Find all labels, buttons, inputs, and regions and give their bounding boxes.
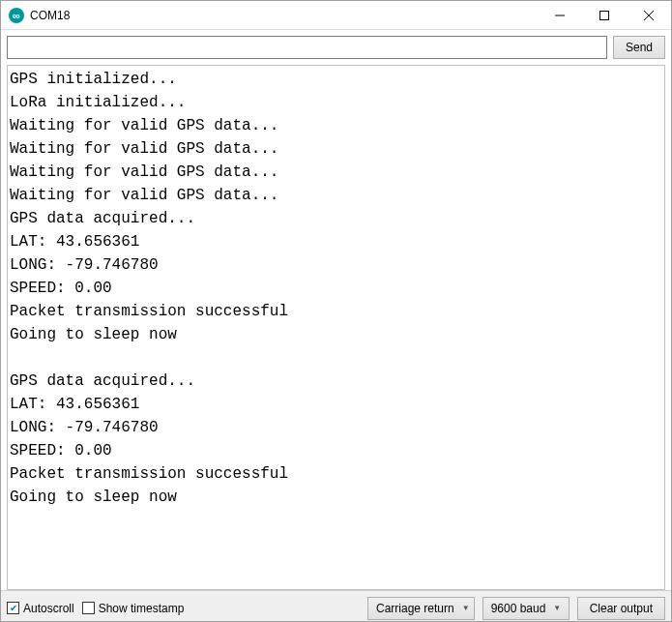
- input-row: Send: [1, 30, 671, 65]
- svg-rect-1: [600, 11, 609, 19]
- baud-rate-select[interactable]: 9600 baud ▼: [482, 597, 570, 620]
- chevron-down-icon: ▼: [553, 604, 561, 612]
- chevron-down-icon: ▼: [462, 604, 470, 612]
- console-line: LoRa initialized...: [10, 91, 662, 114]
- checkbox-icon: ✔: [7, 602, 19, 614]
- arduino-icon: [9, 8, 24, 23]
- send-button[interactable]: Send: [613, 36, 665, 59]
- console-line: Packet transmission successful: [10, 462, 662, 486]
- autoscroll-label: Autoscroll: [23, 602, 74, 615]
- close-button[interactable]: [627, 1, 671, 29]
- window-controls: [538, 1, 671, 29]
- titlebar: COM18: [1, 1, 671, 30]
- console-output[interactable]: GPS initialized...LoRa initialized...Wai…: [7, 65, 665, 590]
- console-line: LONG: -79.746780: [10, 416, 662, 439]
- checkbox-icon: [82, 602, 95, 614]
- close-icon: [644, 11, 654, 20]
- console-line: Going to sleep now: [10, 323, 662, 346]
- console-line: GPS data acquired...: [10, 207, 662, 230]
- console-line: SPEED: 0.00: [10, 277, 662, 300]
- console-line: Waiting for valid GPS data...: [10, 161, 662, 184]
- baud-value: 9600 baud: [491, 602, 546, 615]
- line-ending-value: Carriage return: [376, 602, 454, 615]
- console-line: LAT: 43.656361: [10, 393, 662, 416]
- show-timestamp-checkbox[interactable]: Show timestamp: [82, 602, 185, 615]
- console-line: LONG: -79.746780: [10, 253, 662, 277]
- console-line: Waiting for valid GPS data...: [10, 184, 662, 207]
- maximize-button[interactable]: [582, 1, 627, 29]
- console-line: LAT: 43.656361: [10, 230, 662, 253]
- console-line: Packet transmission successful: [10, 300, 662, 323]
- footer-bar: ✔ Autoscroll Show timestamp Carriage ret…: [1, 590, 671, 622]
- minimize-button[interactable]: [538, 1, 582, 29]
- line-ending-select[interactable]: Carriage return ▼: [367, 597, 475, 620]
- timestamp-label: Show timestamp: [99, 602, 185, 615]
- console-line: Waiting for valid GPS data...: [10, 137, 662, 161]
- minimize-icon: [555, 11, 565, 20]
- console-line: GPS data acquired...: [10, 370, 662, 393]
- window-title: COM18: [30, 9, 538, 22]
- console-line: SPEED: 0.00: [10, 439, 662, 462]
- console-line: Waiting for valid GPS data...: [10, 114, 662, 137]
- console-line: [10, 346, 662, 370]
- autoscroll-checkbox[interactable]: ✔ Autoscroll: [7, 602, 74, 615]
- console-line: Going to sleep now: [10, 486, 662, 509]
- console-line: GPS initialized...: [10, 68, 662, 91]
- serial-input[interactable]: [7, 36, 607, 59]
- clear-output-button[interactable]: Clear output: [577, 597, 665, 620]
- maximize-icon: [599, 11, 609, 20]
